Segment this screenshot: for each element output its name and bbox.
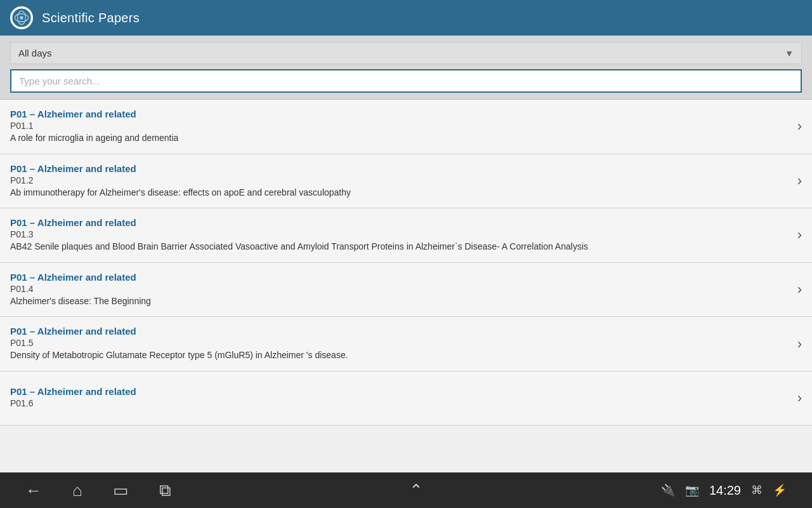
chevron-right-icon: ›: [797, 336, 802, 352]
chevron-right-icon: ›: [797, 173, 802, 189]
list-item-content: P01 – Alzheimer and related P01.4 Alzhei…: [10, 272, 790, 308]
list-item[interactable]: P01 – Alzheimer and related P01.4 Alzhei…: [0, 263, 812, 318]
chevron-right-icon: ›: [797, 118, 802, 135]
chevron-right-icon: ›: [797, 281, 802, 298]
app-title: Scientific Papers: [42, 11, 140, 25]
list-item-content: P01 – Alzheimer and related P01.3 AB42 S…: [10, 217, 790, 253]
list-item-content: P01 – Alzheimer and related P01.1 A role…: [10, 109, 790, 145]
list-item-code: P01.2: [10, 175, 790, 185]
list-item-title: Ab immunotherapy for Alzheimer's disease…: [10, 187, 790, 199]
list-item-code: P01.5: [10, 338, 790, 348]
list-item-code: P01.4: [10, 284, 790, 294]
list-item[interactable]: P01 – Alzheimer and related P01.5 Densit…: [0, 317, 812, 371]
nav-right-group: 🔌 📷 14:29 ⌘ ⚡: [661, 483, 787, 498]
app-bar: Scientific Papers: [0, 0, 812, 36]
nav-left-group: ← ⌂ ▭ ⧉: [25, 481, 171, 500]
list-item-category: P01 – Alzheimer and related: [10, 272, 790, 283]
usb-icon: 🔌: [661, 483, 675, 497]
list-item-category: P01 – Alzheimer and related: [10, 217, 790, 228]
list-item-code: P01.1: [10, 121, 790, 131]
scroll-up-button[interactable]: ⌃: [409, 481, 423, 500]
filter-area: All days ▼: [0, 36, 812, 100]
list-item[interactable]: P01 – Alzheimer and related P01.6 ›: [0, 371, 812, 425]
list-item-code: P01.3: [10, 229, 790, 239]
list-item-code: P01.6: [10, 398, 790, 408]
list-item-content: P01 – Alzheimer and related P01.6: [10, 386, 790, 410]
list-item[interactable]: P01 – Alzheimer and related P01.3 AB42 S…: [0, 208, 812, 263]
list-item-category: P01 – Alzheimer and related: [10, 326, 790, 337]
svg-point-3: [20, 16, 23, 19]
nav-center-group: ⌃: [409, 481, 423, 500]
list-item-category: P01 – Alzheimer and related: [10, 386, 790, 397]
battery-icon: ⚡: [773, 483, 787, 497]
wifi-icon: ⌘: [751, 483, 763, 497]
search-wrapper: [10, 69, 802, 93]
list-item-category: P01 – Alzheimer and related: [10, 109, 790, 119]
back-button[interactable]: ←: [25, 481, 42, 500]
days-dropdown[interactable]: All days ▼: [10, 42, 802, 64]
chevron-down-icon: ▼: [785, 48, 794, 58]
screenshot-status-icon: 📷: [685, 483, 699, 497]
list-item-title: A role for microglia in ageing and demen…: [10, 132, 790, 145]
list-item-content: P01 – Alzheimer and related P01.5 Densit…: [10, 326, 790, 362]
list-item-title: AB42 Senile plaques and Blood Brain Barr…: [10, 241, 790, 253]
screenshot-button[interactable]: ⧉: [159, 481, 171, 500]
app-logo: [10, 6, 33, 29]
bottom-nav-bar: ← ⌂ ▭ ⧉ ⌃ 🔌 📷 14:29 ⌘ ⚡: [0, 472, 812, 508]
list-item-title: Density of Metabotropic Glutamate Recept…: [10, 349, 790, 362]
home-button[interactable]: ⌂: [72, 481, 82, 500]
list-item[interactable]: P01 – Alzheimer and related P01.1 A role…: [0, 100, 812, 154]
list-item-content: P01 – Alzheimer and related P01.2 Ab imm…: [10, 163, 790, 199]
list-item-category: P01 – Alzheimer and related: [10, 163, 790, 174]
status-time: 14:29: [709, 483, 741, 498]
chevron-right-icon: ›: [797, 227, 802, 243]
recent-apps-button[interactable]: ▭: [113, 481, 129, 500]
papers-list: P01 – Alzheimer and related P01.1 A role…: [0, 100, 812, 483]
days-dropdown-value: All days: [18, 48, 52, 58]
search-input[interactable]: [11, 70, 801, 91]
list-item[interactable]: P01 – Alzheimer and related P01.2 Ab imm…: [0, 154, 812, 209]
chevron-right-icon: ›: [797, 390, 802, 406]
list-item-title: Alzheimer's disease: The Beginning: [10, 295, 790, 308]
